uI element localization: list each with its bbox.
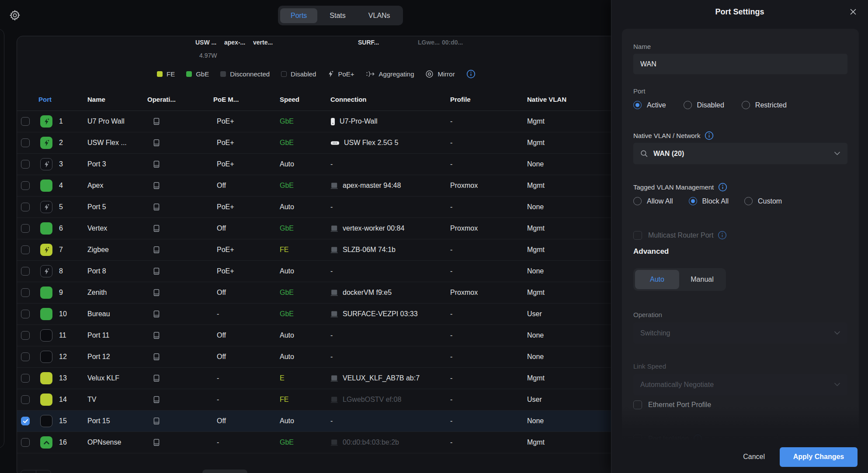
chevron-down-icon (834, 331, 840, 335)
row-select-checkbox[interactable] (21, 267, 30, 276)
port-state-radio-active[interactable]: Active (633, 101, 666, 109)
port-status-icon-poe-outline (40, 265, 52, 277)
column-header-name[interactable]: Name (87, 96, 147, 103)
table-row[interactable]: 16OPNsense-GbE00:d0:b4:03:be:2b-Mgmt (17, 432, 628, 453)
row-select-checkbox[interactable] (21, 438, 30, 447)
cancel-button[interactable]: Cancel (743, 453, 765, 461)
row-select-checkbox[interactable] (21, 417, 30, 425)
column-header-poe-mode[interactable]: PoE M... (213, 96, 280, 103)
port-number: 8 (59, 267, 87, 275)
ethernet-port-profile-checkbox[interactable]: Ethernet Port Profile (633, 400, 711, 409)
tab-vlans[interactable]: VLANs (358, 8, 401, 23)
speed-value: GbE (280, 438, 330, 446)
tab-ports[interactable]: Ports (280, 8, 317, 23)
info-icon[interactable] (718, 183, 727, 192)
table-row[interactable]: 11Port 11OffAuto--None (17, 325, 628, 346)
table-row[interactable]: 3Port 3PoE+Auto--None (17, 154, 628, 175)
row-select-checkbox[interactable] (21, 117, 30, 126)
bottom-left-buttons-stub[interactable] (21, 470, 51, 473)
link-speed-select: Automatically Negotiate (633, 374, 847, 395)
row-select-checkbox[interactable] (21, 160, 30, 169)
port-number: 5 (59, 203, 87, 211)
switch-device-icon (153, 246, 213, 254)
legend-label: Disabled (291, 70, 316, 78)
poe-mode-value: Off (213, 331, 280, 339)
row-checkbox-cell (17, 224, 38, 233)
operation-select: Switching (633, 322, 847, 344)
port-number: 6 (59, 224, 87, 232)
row-select-checkbox[interactable] (21, 288, 30, 297)
column-header-connection[interactable]: Connection (330, 96, 450, 103)
table-row[interactable]: 10Bureau-GbESURFACE-VEZPI 03:33-User (17, 304, 628, 325)
table-row[interactable]: 2USW Flex ...PoE+GbEUSW Flex 2.5G 5-Mgmt (17, 132, 628, 154)
row-select-checkbox[interactable] (21, 331, 30, 340)
row-select-checkbox[interactable] (21, 203, 30, 211)
row-select-checkbox[interactable] (21, 374, 30, 383)
tagged-vlan-radio-allow-all[interactable]: Allow All (633, 197, 673, 205)
connected-device-label: verte... (253, 39, 273, 46)
table-row[interactable]: 13Velux KLF-EVELUX_KLF_AB7B ab:7-Mgmt (17, 368, 628, 389)
table-row[interactable]: 1U7 Pro WallPoE+GbEU7-Pro-Wall-Mgmt (17, 111, 628, 132)
table-row[interactable]: 9ZenithOffGbEdockerVM f9:e5ProxmoxMgmt (17, 282, 628, 304)
info-icon[interactable] (705, 131, 714, 140)
port-state-radio-disabled[interactable]: Disabled (684, 101, 724, 109)
multicast-router-port-checkbox: Multicast Router Port (633, 231, 727, 240)
table-row[interactable]: 6VertexOffGbEvertex-worker 00:84ProxmoxM… (17, 218, 628, 239)
port-status-cell (38, 308, 59, 320)
tagged-vlan-radio-block-all[interactable]: Block All (689, 197, 729, 205)
table-row[interactable]: 7ZigbeePoE+FESLZB-06M 74:1b-Mgmt (17, 239, 628, 261)
native-vlan-select[interactable]: WAN (20) (633, 143, 847, 164)
settings-gear-icon[interactable] (9, 9, 21, 21)
advanced-mode-auto[interactable]: Auto (635, 270, 679, 289)
operation-cell (147, 267, 213, 275)
port-status-cell (38, 372, 59, 384)
column-header-speed[interactable]: Speed (280, 96, 330, 103)
tagged-vlan-radio-custom[interactable]: Custom (744, 197, 782, 205)
table-row[interactable]: 15Port 15OffAuto--None (17, 411, 628, 432)
info-icon[interactable] (466, 69, 476, 79)
port-isolation-checkbox[interactable]: Port Isolation (633, 434, 702, 441)
column-header-operation[interactable]: Operati... (147, 96, 213, 103)
row-checkbox-cell (17, 331, 38, 340)
row-select-checkbox[interactable] (21, 224, 30, 233)
switch-device-icon (153, 374, 213, 382)
row-select-checkbox[interactable] (21, 245, 30, 254)
port-state-radio-restricted[interactable]: Restricted (742, 101, 787, 109)
pagination-stub[interactable] (202, 470, 247, 473)
row-select-checkbox[interactable] (21, 352, 30, 361)
table-row[interactable]: 8Port 8PoE+Auto--None (17, 261, 628, 282)
search-icon (640, 150, 648, 158)
tagged-vlan-label: Tagged VLAN Management (633, 183, 727, 192)
connection-cell: SURFACE-VEZPI 03:33 (330, 310, 450, 318)
name-input[interactable] (633, 54, 847, 74)
table-row[interactable]: 4ApexOffGbEapex-master 94:48ProxmoxMgmt (17, 175, 628, 197)
radio-dot (744, 197, 753, 205)
row-select-checkbox[interactable] (21, 310, 30, 318)
speed-value: Auto (280, 417, 330, 425)
tab-stats[interactable]: Stats (319, 8, 356, 23)
radio-label: Custom (758, 197, 782, 205)
column-header-profile[interactable]: Profile (450, 96, 527, 103)
legend-label: Mirror (437, 70, 455, 78)
close-icon[interactable] (850, 8, 857, 17)
apply-changes-button[interactable]: Apply Changes (780, 447, 858, 467)
table-row[interactable]: 5Port 5PoE+Auto--None (17, 197, 628, 218)
row-select-checkbox[interactable] (21, 395, 30, 404)
row-checkbox-cell (17, 203, 38, 211)
panel-footer: Cancel Apply Changes (611, 441, 868, 473)
connection-cell: VELUX_KLF_AB7B ab:7 (330, 374, 450, 382)
switch-device-icon (153, 417, 213, 425)
port-name: OPNsense (87, 438, 147, 446)
port-number: 12 (59, 353, 87, 361)
profile-value: Proxmox (450, 224, 527, 232)
advanced-mode-manual[interactable]: Manual (680, 270, 724, 289)
row-select-checkbox[interactable] (21, 138, 30, 147)
operation-value: Switching (640, 329, 829, 337)
row-checkbox-cell (17, 310, 38, 318)
row-select-checkbox[interactable] (21, 181, 30, 190)
port-name: Zenith (87, 289, 147, 297)
table-row[interactable]: 14TV-FELGwebOSTV ef:08-User (17, 389, 628, 411)
column-header-port[interactable]: Port (38, 96, 87, 103)
port-name: Vertex (87, 224, 147, 232)
table-row[interactable]: 12Port 12OffAuto--None (17, 346, 628, 368)
